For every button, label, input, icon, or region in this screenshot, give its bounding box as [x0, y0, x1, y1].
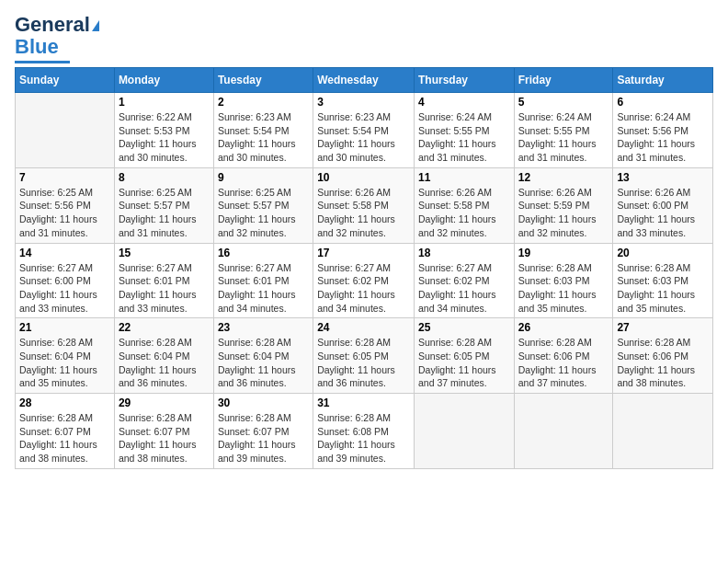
- calendar-cell: 11 Sunrise: 6:26 AM Sunset: 5:58 PM Dayl…: [414, 167, 514, 243]
- week-row-4: 21 Sunrise: 6:28 AM Sunset: 6:04 PM Dayl…: [16, 318, 713, 394]
- sunset-text: Sunset: 5:54 PM: [218, 125, 290, 136]
- calendar-header-row: SundayMondayTuesdayWednesdayThursdayFrid…: [16, 68, 713, 93]
- sunrise-text: Sunrise: 6:27 AM: [119, 262, 192, 273]
- col-header-saturday: Saturday: [613, 68, 713, 93]
- week-row-3: 14 Sunrise: 6:27 AM Sunset: 6:00 PM Dayl…: [16, 243, 713, 318]
- sunset-text: Sunset: 6:06 PM: [518, 350, 590, 362]
- sunrise-text: Sunrise: 6:26 AM: [317, 187, 391, 198]
- calendar-cell: 21 Sunrise: 6:28 AM Sunset: 6:04 PM Dayl…: [16, 318, 115, 394]
- day-number: 11: [418, 171, 510, 184]
- sunrise-text: Sunrise: 6:28 AM: [19, 412, 93, 423]
- cell-content: Sunrise: 6:27 AM Sunset: 6:01 PM Dayligh…: [218, 261, 309, 316]
- cell-content: Sunrise: 6:26 AM Sunset: 5:59 PM Dayligh…: [518, 186, 609, 240]
- day-number: 15: [119, 247, 210, 259]
- day-number: 25: [418, 321, 510, 334]
- daylight-text: Daylight: 11 hours and 30 minutes.: [317, 138, 395, 163]
- sunrise-text: Sunrise: 6:23 AM: [317, 111, 391, 122]
- sunset-text: Sunset: 6:01 PM: [218, 275, 290, 286]
- day-number: 27: [617, 321, 709, 334]
- cell-content: Sunrise: 6:28 AM Sunset: 6:05 PM Dayligh…: [317, 336, 410, 390]
- sunrise-text: Sunrise: 6:24 AM: [418, 111, 492, 122]
- daylight-text: Daylight: 11 hours and 38 minutes.: [617, 364, 695, 389]
- col-header-wednesday: Wednesday: [313, 68, 415, 93]
- sunset-text: Sunset: 6:07 PM: [218, 426, 290, 437]
- sunset-text: Sunset: 6:00 PM: [19, 275, 91, 286]
- sunrise-text: Sunrise: 6:28 AM: [418, 337, 492, 348]
- calendar-cell: 12 Sunrise: 6:26 AM Sunset: 5:59 PM Dayl…: [514, 167, 613, 243]
- daylight-text: Daylight: 11 hours and 34 minutes.: [218, 289, 296, 314]
- sunrise-text: Sunrise: 6:25 AM: [218, 187, 291, 198]
- calendar-cell: 9 Sunrise: 6:25 AM Sunset: 5:57 PM Dayli…: [213, 167, 313, 243]
- cell-content: Sunrise: 6:28 AM Sunset: 6:05 PM Dayligh…: [418, 336, 510, 390]
- day-number: 23: [218, 321, 309, 334]
- calendar-cell: 26 Sunrise: 6:28 AM Sunset: 6:06 PM Dayl…: [514, 318, 613, 394]
- sunrise-text: Sunrise: 6:28 AM: [518, 337, 592, 348]
- calendar-cell: 5 Sunrise: 6:24 AM Sunset: 5:55 PM Dayli…: [514, 93, 613, 168]
- sunrise-text: Sunrise: 6:27 AM: [218, 262, 291, 273]
- day-number: 24: [317, 321, 410, 334]
- sunset-text: Sunset: 6:05 PM: [317, 350, 389, 362]
- col-header-thursday: Thursday: [414, 68, 514, 93]
- cell-content: Sunrise: 6:28 AM Sunset: 6:07 PM Dayligh…: [218, 411, 309, 465]
- cell-content: Sunrise: 6:28 AM Sunset: 6:03 PM Dayligh…: [617, 261, 709, 316]
- day-number: 10: [317, 171, 410, 184]
- daylight-text: Daylight: 11 hours and 31 minutes.: [617, 138, 695, 163]
- calendar-cell: 25 Sunrise: 6:28 AM Sunset: 6:05 PM Dayl…: [414, 318, 514, 394]
- cell-content: Sunrise: 6:26 AM Sunset: 5:58 PM Dayligh…: [418, 186, 510, 240]
- cell-content: Sunrise: 6:24 AM Sunset: 5:55 PM Dayligh…: [418, 110, 510, 165]
- calendar-cell: 3 Sunrise: 6:23 AM Sunset: 5:54 PM Dayli…: [313, 93, 415, 168]
- cell-content: Sunrise: 6:27 AM Sunset: 6:02 PM Dayligh…: [317, 261, 410, 316]
- cell-content: Sunrise: 6:25 AM Sunset: 5:57 PM Dayligh…: [218, 186, 309, 240]
- calendar-cell: 1 Sunrise: 6:22 AM Sunset: 5:53 PM Dayli…: [114, 93, 213, 168]
- day-number: 31: [317, 396, 410, 409]
- calendar-cell: 24 Sunrise: 6:28 AM Sunset: 6:05 PM Dayl…: [313, 318, 415, 394]
- calendar-cell: 30 Sunrise: 6:28 AM Sunset: 6:07 PM Dayl…: [213, 394, 313, 469]
- sunrise-text: Sunrise: 6:28 AM: [119, 412, 192, 423]
- daylight-text: Daylight: 11 hours and 32 minutes.: [317, 213, 395, 238]
- daylight-text: Daylight: 11 hours and 38 minutes.: [119, 439, 197, 464]
- sunset-text: Sunset: 6:08 PM: [317, 426, 389, 437]
- sunrise-text: Sunrise: 6:26 AM: [617, 187, 690, 198]
- sunset-text: Sunset: 6:04 PM: [19, 350, 91, 362]
- daylight-text: Daylight: 11 hours and 31 minutes.: [518, 138, 597, 163]
- sunrise-text: Sunrise: 6:27 AM: [317, 262, 391, 273]
- day-number: 19: [518, 247, 609, 259]
- cell-content: Sunrise: 6:28 AM Sunset: 6:04 PM Dayligh…: [218, 336, 309, 390]
- sunset-text: Sunset: 6:02 PM: [418, 275, 490, 286]
- daylight-text: Daylight: 11 hours and 33 minutes.: [19, 289, 97, 314]
- daylight-text: Daylight: 11 hours and 36 minutes.: [317, 364, 395, 389]
- week-row-1: 1 Sunrise: 6:22 AM Sunset: 5:53 PM Dayli…: [16, 93, 713, 168]
- daylight-text: Daylight: 11 hours and 35 minutes.: [518, 289, 597, 314]
- sunset-text: Sunset: 6:04 PM: [218, 350, 290, 362]
- col-header-friday: Friday: [514, 68, 613, 93]
- calendar-body: 1 Sunrise: 6:22 AM Sunset: 5:53 PM Dayli…: [16, 93, 713, 469]
- day-number: 13: [617, 171, 709, 184]
- sunrise-text: Sunrise: 6:26 AM: [418, 187, 492, 198]
- calendar-cell: 23 Sunrise: 6:28 AM Sunset: 6:04 PM Dayl…: [213, 318, 313, 394]
- sunrise-text: Sunrise: 6:28 AM: [19, 337, 93, 348]
- day-number: 1: [119, 96, 210, 109]
- calendar-cell: 17 Sunrise: 6:27 AM Sunset: 6:02 PM Dayl…: [313, 243, 415, 318]
- day-number: 7: [19, 171, 110, 184]
- logo-line: [15, 61, 70, 63]
- cell-content: Sunrise: 6:24 AM Sunset: 5:55 PM Dayligh…: [518, 110, 609, 165]
- day-number: 6: [617, 96, 709, 109]
- cell-content: Sunrise: 6:25 AM Sunset: 5:56 PM Dayligh…: [19, 186, 110, 240]
- sunset-text: Sunset: 6:06 PM: [617, 350, 688, 362]
- sunset-text: Sunset: 5:55 PM: [518, 125, 590, 136]
- sunrise-text: Sunrise: 6:28 AM: [218, 337, 291, 348]
- col-header-tuesday: Tuesday: [213, 68, 313, 93]
- sunset-text: Sunset: 6:05 PM: [418, 350, 490, 362]
- sunset-text: Sunset: 5:58 PM: [317, 200, 389, 211]
- sunset-text: Sunset: 6:01 PM: [119, 275, 190, 286]
- day-number: 9: [218, 171, 309, 184]
- day-number: 3: [317, 96, 410, 109]
- daylight-text: Daylight: 11 hours and 31 minutes.: [418, 138, 496, 163]
- calendar-cell: 18 Sunrise: 6:27 AM Sunset: 6:02 PM Dayl…: [414, 243, 514, 318]
- cell-content: Sunrise: 6:28 AM Sunset: 6:04 PM Dayligh…: [19, 336, 110, 390]
- week-row-5: 28 Sunrise: 6:28 AM Sunset: 6:07 PM Dayl…: [16, 394, 713, 469]
- daylight-text: Daylight: 11 hours and 34 minutes.: [418, 289, 496, 314]
- day-number: 2: [218, 96, 309, 109]
- cell-content: Sunrise: 6:28 AM Sunset: 6:08 PM Dayligh…: [317, 411, 410, 465]
- day-number: 28: [19, 396, 110, 409]
